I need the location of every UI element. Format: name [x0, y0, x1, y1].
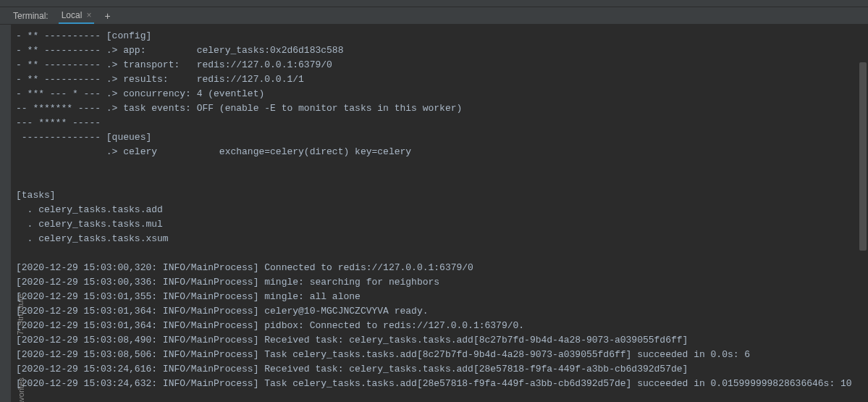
terminal-title: Terminal: — [13, 11, 49, 21]
terminal-output[interactable]: - ** ---------- [config] - ** ----------… — [0, 25, 868, 391]
top-strip — [0, 0, 868, 7]
tool-window-favorites[interactable]: 2: Favorites — [0, 394, 12, 402]
structure-label: 7: Structure — [16, 294, 25, 335]
favorites-label: 2: Favorites — [17, 377, 25, 402]
scrollbar-thumb[interactable] — [859, 62, 867, 251]
terminal-tab-bar: Terminal: Local × + — [0, 7, 868, 25]
tab-local[interactable]: Local × — [59, 7, 95, 24]
left-tool-rail: 7: Structure 2: Favorites — [0, 25, 12, 402]
tool-window-structure[interactable]: 7: Structure — [0, 310, 12, 319]
close-icon[interactable]: × — [86, 10, 91, 20]
add-tab-button[interactable]: + — [104, 10, 110, 22]
tab-local-label: Local — [62, 10, 83, 20]
scrollbar-track[interactable] — [859, 26, 867, 401]
